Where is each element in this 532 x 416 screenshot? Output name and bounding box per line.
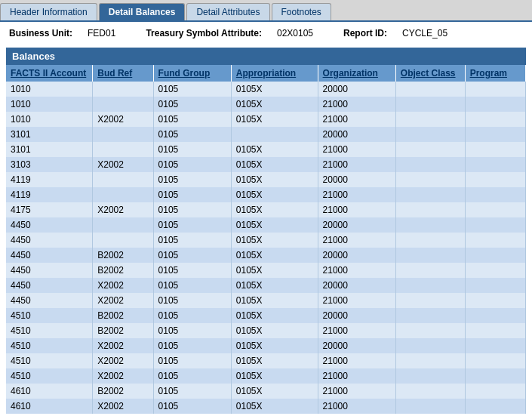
table-cell: 20000 bbox=[318, 217, 395, 233]
table-cell bbox=[395, 293, 465, 308]
table-cell bbox=[395, 263, 465, 278]
table-row: 4175X200201050105X21000 bbox=[6, 202, 526, 217]
table-cell bbox=[465, 338, 525, 353]
table-cell: 20000 bbox=[318, 172, 395, 187]
tab-detail-balances[interactable]: Detail Balances bbox=[99, 3, 186, 20]
report-id-value: CYCLE_05 bbox=[402, 28, 447, 39]
table-cell bbox=[395, 187, 465, 202]
table-row: 3103X200201050105X21000 bbox=[6, 157, 526, 172]
table-cell: 0105 bbox=[153, 157, 231, 172]
tab-header-information[interactable]: Header Information bbox=[0, 3, 97, 20]
table-cell: 4450 bbox=[6, 293, 93, 308]
table-cell bbox=[465, 323, 525, 338]
table-cell: 0105X bbox=[231, 97, 318, 112]
table-cell: 4450 bbox=[6, 217, 93, 233]
table-cell bbox=[465, 157, 525, 172]
table-cell: 4450 bbox=[6, 248, 93, 263]
table-cell: 0105 bbox=[153, 248, 231, 263]
table-cell: 0105 bbox=[153, 263, 231, 278]
table-cell: 0105 bbox=[153, 278, 231, 293]
table-cell: 21000 bbox=[318, 368, 395, 384]
table-cell: B2002 bbox=[93, 308, 153, 323]
table-cell: 4450 bbox=[6, 278, 93, 293]
table-cell bbox=[465, 202, 525, 217]
table-cell bbox=[465, 233, 525, 248]
table-cell: 0105 bbox=[153, 142, 231, 157]
table-cell: 4510 bbox=[6, 338, 93, 353]
table-row: 4450B200201050105X20000 bbox=[6, 248, 526, 263]
table-cell: 21000 bbox=[318, 112, 395, 127]
table-cell bbox=[465, 112, 525, 127]
table-cell: 0105 bbox=[153, 82, 231, 97]
table-cell: X2002 bbox=[93, 338, 153, 353]
col-header-appropriation[interactable]: Appropriation bbox=[231, 65, 318, 82]
table-cell bbox=[395, 248, 465, 263]
table-cell: 4175 bbox=[6, 202, 93, 217]
table-cell: B2002 bbox=[93, 323, 153, 338]
table-cell bbox=[231, 127, 318, 142]
table-cell bbox=[395, 323, 465, 338]
table-cell bbox=[465, 248, 525, 263]
table-cell: 3103 bbox=[6, 157, 93, 172]
col-header-program[interactable]: Program bbox=[465, 65, 525, 82]
table-cell: 0105 bbox=[153, 127, 231, 142]
table-cell bbox=[93, 172, 153, 187]
col-header-organization[interactable]: Organization bbox=[318, 65, 395, 82]
col-header-object-class[interactable]: Object Class bbox=[395, 65, 465, 82]
table-cell: 0105X bbox=[231, 112, 318, 127]
tabs-bar: Header Information Detail Balances Detai… bbox=[0, 0, 532, 22]
table-cell: 20000 bbox=[318, 338, 395, 353]
table-cell: 20000 bbox=[318, 278, 395, 293]
table-row: 4610X200201050105X21000 bbox=[6, 399, 526, 414]
table-cell: 0105X bbox=[231, 233, 318, 248]
business-unit-label: Business Unit: bbox=[9, 28, 72, 39]
table-row: 4510X200201050105X21000 bbox=[6, 368, 526, 384]
col-header-bud-ref[interactable]: Bud Ref bbox=[93, 65, 153, 82]
table-cell: 0105 bbox=[153, 368, 231, 384]
table-row: 445001050105X21000 bbox=[6, 233, 526, 248]
table-cell: 21000 bbox=[318, 263, 395, 278]
table-cell bbox=[395, 399, 465, 414]
table-cell bbox=[395, 172, 465, 187]
table-cell: 4610 bbox=[6, 384, 93, 399]
table-cell: 4119 bbox=[6, 172, 93, 187]
table-cell bbox=[395, 157, 465, 172]
table-cell: 21000 bbox=[318, 384, 395, 399]
table-row: 4450B200201050105X21000 bbox=[6, 263, 526, 278]
table-cell: 21000 bbox=[318, 187, 395, 202]
tab-footnotes[interactable]: Footnotes bbox=[272, 3, 331, 20]
table-cell bbox=[395, 233, 465, 248]
col-header-fund-group[interactable]: Fund Group bbox=[153, 65, 231, 82]
table-cell: 0105 bbox=[153, 353, 231, 368]
table-cell: 0105X bbox=[231, 263, 318, 278]
table-cell: 0105X bbox=[231, 293, 318, 308]
table-cell: 21000 bbox=[318, 157, 395, 172]
table-cell bbox=[93, 97, 153, 112]
table-cell: 0105 bbox=[153, 217, 231, 233]
table-cell: 21000 bbox=[318, 323, 395, 338]
table-cell bbox=[93, 142, 153, 157]
table-cell bbox=[465, 142, 525, 157]
table-cell: 21000 bbox=[318, 97, 395, 112]
table-cell: 0105X bbox=[231, 172, 318, 187]
table-cell: 0105 bbox=[153, 187, 231, 202]
table-cell: B2002 bbox=[93, 263, 153, 278]
table-row: 4510B200201050105X21000 bbox=[6, 323, 526, 338]
tab-detail-attributes[interactable]: Detail Attributes bbox=[186, 3, 269, 20]
col-header-facts-ii-account[interactable]: FACTS II Account bbox=[6, 65, 93, 82]
table-cell: 0105 bbox=[153, 399, 231, 414]
table-cell bbox=[465, 82, 525, 97]
table-cell: X2002 bbox=[93, 157, 153, 172]
table-cell: 3101 bbox=[6, 142, 93, 157]
table-cell bbox=[465, 353, 525, 368]
table-row: 101001050105X20000 bbox=[6, 82, 526, 97]
table-row: 4510X200201050105X21000 bbox=[6, 353, 526, 368]
table-cell bbox=[465, 384, 525, 399]
table-cell: 4510 bbox=[6, 368, 93, 384]
table-cell: 0105X bbox=[231, 353, 318, 368]
table-cell: X2002 bbox=[93, 293, 153, 308]
report-id-label: Report ID: bbox=[343, 28, 387, 39]
table-cell: X2002 bbox=[93, 112, 153, 127]
table-cell bbox=[465, 172, 525, 187]
table-cell bbox=[395, 112, 465, 127]
